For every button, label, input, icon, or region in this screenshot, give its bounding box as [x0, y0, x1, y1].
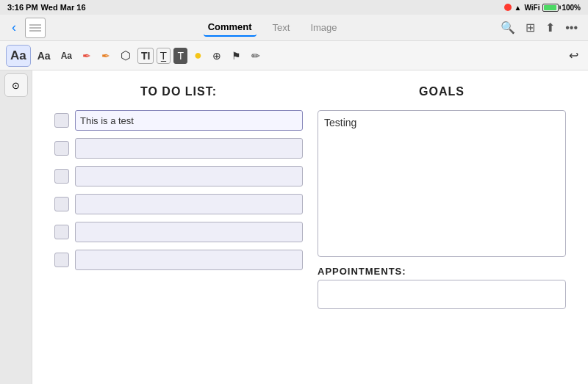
nav-left: ‹ — [9, 17, 46, 38]
goals-section: GOALS Testing — [318, 85, 566, 257]
todo-input-5[interactable] — [75, 222, 303, 242]
side-panel: ⊙ — [0, 70, 32, 384]
t-fill-button[interactable]: T — [173, 48, 187, 64]
todo-input-4[interactable] — [75, 194, 303, 214]
back-button[interactable]: ‹ — [9, 17, 19, 38]
todo-checkbox-3[interactable] — [54, 169, 69, 184]
todo-input-6[interactable] — [75, 250, 303, 270]
content-area: ⊙ TO DO LIST: This is a test — [0, 70, 588, 384]
red-dot-icon — [504, 4, 512, 11]
nav-center-tabs: Comment Text Image — [204, 18, 342, 37]
share-button[interactable]: ⬆ — [544, 19, 556, 36]
todo-row — [54, 194, 303, 214]
battery-tip — [559, 6, 561, 10]
todo-input-2[interactable] — [75, 138, 303, 159]
todo-row — [54, 138, 303, 159]
person-button[interactable]: ⚑ — [228, 47, 245, 65]
right-column: GOALS Testing APPOINTMENTS: — [318, 85, 566, 309]
side-panel-button[interactable]: ⊙ — [4, 73, 28, 97]
thumbnail-line — [29, 30, 41, 32]
ti-button[interactable]: TI — [137, 48, 154, 64]
font-large-button[interactable]: Aa — [6, 45, 31, 67]
page-content: TO DO LIST: This is a test — [32, 70, 588, 324]
tab-comment[interactable]: Comment — [204, 18, 257, 37]
todo-checkbox-2[interactable] — [54, 141, 69, 156]
todo-section: TO DO LIST: This is a test — [54, 85, 303, 309]
appointments-section: APPOINTMENTS: — [318, 266, 566, 309]
status-bar-left: 3:16 PM Wed Mar 16 — [7, 3, 86, 12]
todo-title: TO DO LIST: — [54, 85, 303, 98]
grid-button[interactable]: ⊞ — [524, 19, 537, 36]
search-button[interactable]: 🔍 — [499, 19, 517, 36]
toolbar: Aa Aa Aa ✒ ✒ ⬡ TI T̲ T ● ⊕ ⚑ ✏ ↩ — [0, 41, 588, 70]
highlight-button[interactable]: ● — [190, 45, 206, 66]
eraser-button[interactable]: ⬡ — [117, 46, 135, 65]
t-outline-button[interactable]: T̲ — [157, 48, 171, 64]
link-button[interactable]: ⊕ — [209, 47, 225, 65]
todo-checkbox-6[interactable] — [54, 253, 69, 267]
todo-row: This is a test — [54, 110, 303, 131]
status-bar-right: ▲ WiFi 100% — [504, 4, 581, 12]
todo-row — [54, 166, 303, 186]
appointments-box[interactable] — [318, 280, 566, 309]
status-time: 3:16 PM — [7, 3, 38, 12]
font-medium-button[interactable]: Aa — [34, 47, 54, 65]
todo-text-1: This is a test — [80, 115, 134, 126]
more-button[interactable]: ••• — [564, 20, 579, 36]
appointments-title: APPOINTMENTS: — [318, 266, 566, 277]
battery-percentage: 100% — [562, 4, 581, 12]
draw-button[interactable]: ✏ — [248, 47, 264, 65]
nav-right: 🔍 ⊞ ⬆ ••• — [499, 19, 579, 36]
todo-row — [54, 222, 303, 242]
todo-input-3[interactable] — [75, 166, 303, 186]
status-date: Wed Mar 16 — [41, 3, 86, 12]
tab-text[interactable]: Text — [268, 19, 295, 36]
thumbnail-line — [29, 24, 41, 26]
pen-orange-button[interactable]: ✒ — [98, 47, 114, 65]
pen-red-button[interactable]: ✒ — [79, 47, 95, 65]
nav-bar: ‹ Comment Text Image 🔍 ⊞ ⬆ ••• — [0, 15, 588, 41]
canvas-area: TO DO LIST: This is a test — [32, 70, 588, 384]
todo-checkbox-4[interactable] — [54, 197, 69, 211]
status-bar: 3:16 PM Wed Mar 16 ▲ WiFi 100% — [0, 0, 588, 15]
battery-fill — [544, 5, 556, 10]
todo-checkbox-1[interactable] — [54, 113, 69, 128]
todo-row — [54, 250, 303, 270]
signal-icon: ▲ — [514, 4, 522, 12]
thumbnail-lines — [29, 24, 41, 32]
undo-button[interactable]: ↩ — [565, 46, 582, 65]
font-small-button[interactable]: Aa — [57, 48, 76, 64]
goals-box[interactable]: Testing — [318, 110, 566, 257]
goals-title: GOALS — [318, 85, 566, 98]
todo-checkbox-5[interactable] — [54, 225, 69, 239]
wifi-icon: WiFi — [524, 4, 539, 12]
thumbnail-preview[interactable] — [25, 18, 46, 38]
todo-input-1[interactable]: This is a test — [75, 110, 303, 131]
goals-text: Testing — [324, 117, 356, 128]
tab-image[interactable]: Image — [306, 19, 341, 36]
thumbnail-line — [29, 27, 41, 29]
battery-indicator — [542, 4, 559, 12]
